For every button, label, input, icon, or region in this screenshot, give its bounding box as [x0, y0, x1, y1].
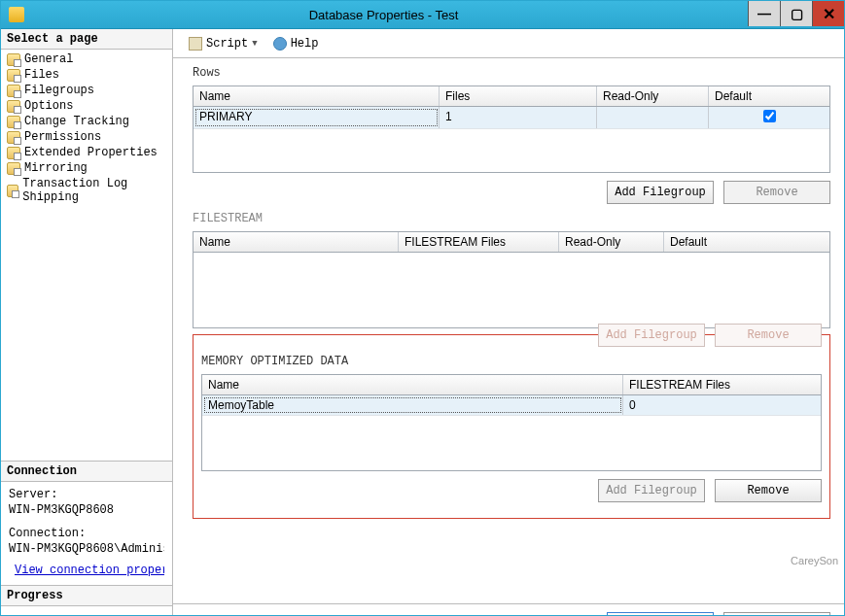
- script-button[interactable]: Script▼: [183, 35, 264, 52]
- memory-section: MEMORY OPTIMIZED DATA Name FILESTREAM Fi…: [201, 355, 822, 502]
- script-label: Script: [206, 37, 248, 51]
- cell-files: 1: [440, 107, 597, 128]
- sidebar-item-label: Files: [24, 68, 59, 82]
- filestream-label: FILESTREAM: [193, 212, 830, 225]
- dialog-footer: OK Cancel: [173, 603, 844, 616]
- remove-button-fs: Remove: [715, 324, 822, 347]
- minimize-button[interactable]: —: [748, 1, 780, 26]
- progress-panel: Progress Ready: [1, 585, 172, 616]
- sidebar-item-options[interactable]: Options: [1, 98, 172, 114]
- col-readonly[interactable]: Read-Only: [559, 232, 664, 252]
- col-name[interactable]: Name: [194, 86, 440, 106]
- cell-name[interactable]: MemoyTable: [202, 395, 623, 415]
- col-files[interactable]: FILESTREAM Files: [399, 232, 559, 252]
- page-icon: [7, 162, 20, 175]
- window-title: Database Properties - Test: [30, 8, 844, 22]
- watermark: CareySon: [791, 555, 838, 566]
- memory-optimized-highlight: Add Filegroup Remove MEMORY OPTIMIZED DA…: [193, 334, 830, 519]
- remove-button: Remove: [723, 181, 830, 204]
- cell-files: 0: [623, 395, 821, 415]
- sidebar-item-filegroups[interactable]: Filegroups: [1, 83, 172, 98]
- toolbar: Script▼ Help: [173, 29, 844, 58]
- col-default[interactable]: Default: [664, 232, 829, 252]
- sidebar-item-label: Options: [24, 99, 73, 113]
- help-label: Help: [291, 37, 319, 51]
- table-row[interactable]: MemoyTable 0: [202, 395, 821, 416]
- sidebar-item-label: Permissions: [24, 130, 101, 144]
- sidebar-item-transaction-log-shipping[interactable]: Transaction Log Shipping: [1, 176, 172, 205]
- server-label: Server:: [9, 488, 164, 501]
- titlebar: Database Properties - Test — ▢ ✕: [1, 1, 844, 29]
- col-name[interactable]: Name: [202, 375, 623, 394]
- filestream-grid: Name FILESTREAM Files Read-Only Default: [193, 231, 830, 328]
- filestream-section: FILESTREAM Name FILESTREAM Files Read-On…: [193, 212, 830, 328]
- dropdown-arrow-icon: ▼: [252, 39, 257, 49]
- sidebar-item-change-tracking[interactable]: Change Tracking: [1, 114, 172, 129]
- sidebar-item-extended-properties[interactable]: Extended Properties: [1, 145, 172, 160]
- page-icon: [7, 147, 20, 159]
- sidebar-item-label: Extended Properties: [24, 146, 158, 159]
- close-button[interactable]: ✕: [812, 1, 844, 26]
- sidebar-list: General Files Filegroups Options Change …: [1, 50, 172, 207]
- remove-button-mem[interactable]: Remove: [715, 479, 822, 502]
- sidebar-item-label: Filegroups: [24, 84, 94, 97]
- memory-grid: Name FILESTREAM Files MemoyTable 0: [201, 374, 822, 471]
- page-icon: [7, 131, 20, 144]
- table-row[interactable]: PRIMARY 1: [194, 107, 829, 129]
- col-name[interactable]: Name: [194, 232, 399, 252]
- add-filegroup-button-mem: Add Filegroup: [598, 479, 705, 502]
- maximize-button[interactable]: ▢: [780, 1, 812, 26]
- sidebar-item-files[interactable]: Files: [1, 67, 172, 83]
- add-filegroup-button-fs: Add Filegroup: [598, 324, 705, 347]
- col-files[interactable]: Files: [440, 86, 597, 106]
- default-checkbox[interactable]: [763, 110, 776, 122]
- cancel-button[interactable]: Cancel: [723, 612, 830, 616]
- progress-header: Progress: [1, 586, 172, 606]
- view-connection-link[interactable]: View connection properties: [15, 564, 164, 577]
- sidebar-item-permissions[interactable]: Permissions: [1, 129, 172, 145]
- connection-panel: Connection Server: WIN-PM3KGQP8608 Conne…: [1, 461, 172, 585]
- sidebar-item-mirroring[interactable]: Mirroring: [1, 160, 172, 176]
- cell-name[interactable]: PRIMARY: [194, 107, 440, 128]
- col-default[interactable]: Default: [709, 86, 829, 106]
- page-icon: [7, 185, 18, 197]
- sidebar: Select a page General Files Filegroups O…: [1, 29, 173, 616]
- sidebar-item-label: Mirroring: [24, 161, 88, 175]
- rows-grid: Name Files Read-Only Default PRIMARY 1: [193, 86, 830, 173]
- col-files[interactable]: FILESTREAM Files: [623, 375, 821, 394]
- ok-button[interactable]: OK: [607, 612, 714, 616]
- sidebar-item-label: General: [24, 52, 73, 66]
- help-button[interactable]: Help: [267, 35, 325, 52]
- memory-label: MEMORY OPTIMIZED DATA: [201, 355, 822, 368]
- app-icon: [9, 7, 24, 22]
- connection-header: Connection: [1, 462, 172, 482]
- add-filegroup-button[interactable]: Add Filegroup: [607, 181, 714, 204]
- connection-value: WIN-PM3KGQP8608\Administrat: [9, 542, 164, 556]
- page-icon: [7, 53, 20, 66]
- window-buttons: — ▢ ✕: [748, 1, 844, 26]
- cell-default[interactable]: [709, 107, 829, 128]
- page-icon: [7, 69, 20, 82]
- page-icon: [7, 85, 20, 97]
- rows-label: Rows: [193, 66, 830, 80]
- help-icon: [273, 37, 287, 51]
- server-value: WIN-PM3KGQP8608: [9, 503, 164, 517]
- page-icon: [7, 100, 20, 113]
- col-readonly[interactable]: Read-Only: [597, 86, 709, 106]
- rows-section: Rows Name Files Read-Only Default PRIMAR…: [193, 66, 830, 212]
- connection-label: Connection:: [9, 527, 164, 540]
- page-icon: [7, 116, 20, 128]
- sidebar-item-general[interactable]: General: [1, 51, 172, 67]
- sidebar-item-label: Change Tracking: [24, 115, 129, 128]
- cell-readonly[interactable]: [597, 107, 709, 128]
- sidebar-item-label: Transaction Log Shipping: [22, 177, 166, 204]
- script-icon: [189, 37, 202, 51]
- sidebar-header: Select a page: [1, 29, 172, 50]
